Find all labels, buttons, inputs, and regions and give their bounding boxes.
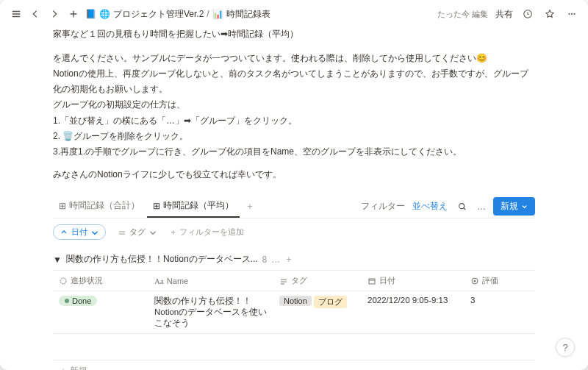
- back-icon[interactable]: [28, 7, 43, 21]
- forward-icon[interactable]: [47, 7, 62, 21]
- svg-point-2: [571, 13, 573, 15]
- svg-rect-6: [369, 279, 375, 284]
- svg-point-4: [459, 203, 465, 208]
- tab-total[interactable]: ⊞ 時間記録（合計）: [53, 195, 146, 218]
- globe-icon: 🌐: [99, 9, 110, 19]
- group-count: 8: [262, 255, 268, 265]
- add-view-button[interactable]: ＋: [241, 196, 259, 217]
- add-row-button[interactable]: ＋ 新規: [53, 360, 535, 370]
- col-date[interactable]: 日付: [362, 271, 465, 291]
- table-icon: ⊞: [153, 201, 160, 211]
- group-more-icon[interactable]: …: [271, 255, 280, 265]
- filter-button[interactable]: フィルター: [361, 200, 405, 213]
- cell-date[interactable]: 2022/12/20 9:05-9:13: [362, 291, 465, 333]
- breadcrumb-seg2[interactable]: 時間記録表: [226, 8, 270, 21]
- search-icon[interactable]: [455, 199, 470, 214]
- table-row[interactable]: Done 関数の作り方も伝授！！Notionのデータベースを使いこなそう Not…: [53, 291, 535, 334]
- breadcrumb-sep: /: [207, 9, 209, 19]
- body-text: を選んでください。サンプルにデータが一つついています。使われる際は、削除してから…: [53, 51, 535, 182]
- more-icon[interactable]: [564, 7, 579, 21]
- group-header[interactable]: ▼ 関数の作り方も伝授！！Notionのデータベース... 8 … ＋: [53, 246, 535, 270]
- filter-date-pill[interactable]: 日付: [53, 224, 106, 240]
- cell-status[interactable]: Done: [53, 291, 148, 333]
- body-p5: 2. 🗑️グループを削除をクリック。: [53, 129, 535, 143]
- body-p7: みなさんのNotionライフに少しでも役立てれば幸いです。: [53, 167, 535, 182]
- body-p6: 3.再度1.の手順でグループに行き、グループ化の項目をName、空のグループを非…: [53, 144, 535, 159]
- svg-point-1: [568, 13, 570, 15]
- table-icon: ⊞: [59, 201, 66, 211]
- data-table: 進捗状況 AaName タグ 日付 評価 Done 関数の作り方も伝授！！Not…: [53, 270, 535, 370]
- group-title: 関数の作り方も伝授！！Notionのデータベース...: [66, 253, 258, 266]
- breadcrumb[interactable]: 📘 🌐 プロジェクト管理Ver.2 / 📊 時間記録表: [85, 8, 270, 21]
- body-p3: グループ化の初期設定の仕方は、: [53, 97, 535, 112]
- new-button[interactable]: 新規: [493, 197, 535, 216]
- menu-icon[interactable]: [9, 7, 24, 21]
- body-p4: 1.「並び替え」の横にある「…」➡︎「グループ」をクリック。: [53, 113, 535, 128]
- col-tag[interactable]: タグ: [273, 271, 362, 291]
- group-toggle-icon[interactable]: ▼: [53, 255, 62, 265]
- tab-average[interactable]: ⊞ 時間記録（平均）: [147, 195, 240, 218]
- topbar: 📘 🌐 プロジェクト管理Ver.2 / 📊 時間記録表 たった今 編集 共有: [0, 0, 588, 28]
- cell-name[interactable]: 関数の作り方も伝授！！Notionのデータベースを使いこなそう: [148, 291, 273, 333]
- more-options-icon[interactable]: …: [477, 202, 486, 212]
- col-rating[interactable]: 評価: [465, 271, 509, 291]
- group-add-icon[interactable]: ＋: [284, 253, 293, 266]
- filter-tag-pill[interactable]: タグ: [112, 225, 163, 239]
- book-icon: 📘: [85, 9, 96, 19]
- filters-row: 日付 タグ ＋ フィルターを追加: [53, 218, 535, 246]
- page-subtitle: 家事など１回の見積もり時間を把握したい➡︎時間記録（平均）: [53, 28, 535, 40]
- sort-button[interactable]: 並べ替え: [412, 200, 448, 213]
- tab-label: 時間記録（平均）: [163, 199, 234, 212]
- col-name[interactable]: AaName: [148, 271, 273, 291]
- help-button[interactable]: ?: [556, 338, 575, 357]
- chart-icon: 📊: [212, 9, 223, 19]
- body-p2: Notionの使用上、再度グループ化しないと、前のタスク名がついてしまうことがあ…: [53, 66, 535, 96]
- cell-rating[interactable]: 3: [465, 291, 509, 333]
- cell-tag[interactable]: Notionブログ: [273, 291, 362, 333]
- star-icon[interactable]: [542, 7, 557, 21]
- breadcrumb-seg1[interactable]: プロジェクト管理Ver.2: [113, 8, 204, 21]
- view-tabs: ⊞ 時間記録（合計） ⊞ 時間記録（平均） ＋ フィルター 並べ替え … 新規: [53, 195, 535, 218]
- add-filter-button[interactable]: ＋ フィルターを追加: [169, 227, 244, 238]
- share-button[interactable]: 共有: [495, 8, 513, 21]
- svg-point-8: [474, 280, 476, 282]
- clock-icon[interactable]: [520, 7, 535, 21]
- body-p1: を選んでください。サンプルにデータが一つついています。使われる際は、削除してから…: [53, 51, 535, 65]
- table-row-empty[interactable]: [53, 334, 535, 360]
- edit-status: たった今 編集: [437, 9, 488, 20]
- col-status[interactable]: 進捗状況: [53, 271, 148, 291]
- new-page-icon[interactable]: [66, 7, 81, 21]
- svg-point-5: [60, 278, 66, 284]
- svg-point-3: [573, 13, 575, 15]
- tab-label: 時間記録（合計）: [69, 199, 140, 212]
